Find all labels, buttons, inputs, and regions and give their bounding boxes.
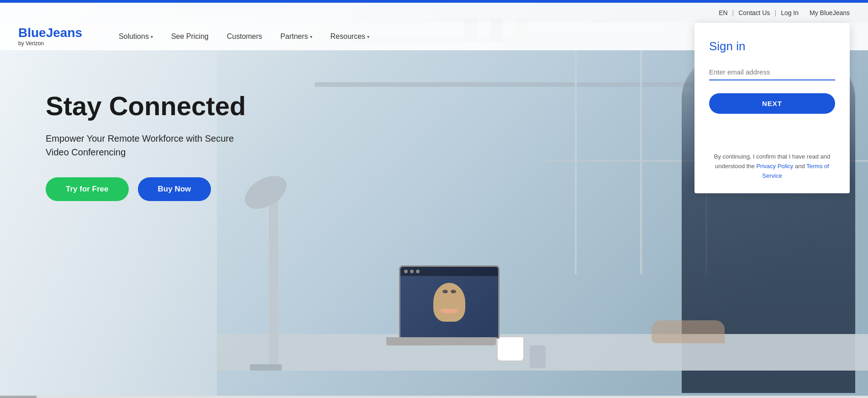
divider-2: | — [774, 9, 776, 16]
pen-holder — [530, 345, 546, 368]
lamp-head — [239, 169, 293, 216]
laptop-screen — [399, 265, 500, 339]
hero-subtitle: Empower Your Remote Workforce with Secur… — [46, 132, 246, 159]
login-link[interactable]: Log In — [781, 9, 799, 16]
legal-and: and — [793, 163, 806, 170]
nav-label-pricing: See Pricing — [171, 32, 209, 41]
nav-item-customers[interactable]: Customers — [218, 32, 271, 41]
my-bluejeans-link[interactable]: My BlueJeans — [810, 9, 850, 16]
logo-bluejeans: BlueJeans — [18, 27, 82, 39]
chevron-down-icon-partners: ▾ — [310, 34, 312, 39]
buy-now-button[interactable]: Buy Now — [138, 177, 211, 201]
laptop-keyboard — [386, 337, 496, 345]
nav-item-partners[interactable]: Partners ▾ — [271, 32, 321, 41]
chevron-down-icon-resources: ▾ — [367, 34, 369, 39]
contact-us-link[interactable]: Contact Us — [738, 9, 770, 16]
divider-1: | — [732, 9, 734, 16]
try-for-free-button[interactable]: Try for Free — [46, 177, 129, 201]
logo-verizon: by Verizon — [18, 40, 82, 47]
next-button[interactable]: NEXT — [709, 93, 835, 114]
scroll-thumb[interactable] — [0, 396, 37, 398]
hand — [652, 320, 725, 343]
lang-selector[interactable]: EN — [719, 9, 727, 16]
email-input[interactable] — [709, 64, 835, 80]
lamp-base — [250, 364, 282, 371]
signin-panel: Sign in NEXT By continuing, I confirm th… — [694, 23, 850, 193]
lamp-pole — [269, 197, 278, 371]
signin-title: Sign in — [709, 39, 835, 53]
chevron-down-icon-solutions: ▾ — [151, 34, 153, 39]
nav-label-solutions: Solutions — [119, 32, 149, 41]
signin-spacer — [709, 125, 835, 152]
signin-legal: By continuing, I confirm that I have rea… — [709, 152, 835, 180]
scroll-hint — [0, 396, 868, 398]
nav-links: Solutions ▾ See Pricing Customers Partne… — [110, 32, 379, 41]
nav-label-customers: Customers — [227, 32, 262, 41]
mug — [497, 336, 524, 361]
nav-item-resources[interactable]: Resources ▾ — [321, 32, 379, 41]
utility-nav: EN | Contact Us | Log In My BlueJeans — [0, 3, 868, 23]
nav-item-solutions[interactable]: Solutions ▾ — [110, 32, 162, 41]
hero-title: Stay Connected — [46, 91, 246, 121]
privacy-policy-link[interactable]: Privacy Policy — [756, 163, 793, 170]
shelf-decor-2 — [315, 82, 738, 87]
nav-label-partners: Partners — [280, 32, 308, 41]
hero-content: Stay Connected Empower Your Remote Workf… — [46, 91, 246, 201]
logo-area[interactable]: BlueJeans by Verizon — [18, 27, 82, 47]
nav-label-resources: Resources — [331, 32, 365, 41]
hero-buttons: Try for Free Buy Now — [46, 177, 246, 201]
nav-item-pricing[interactable]: See Pricing — [162, 32, 218, 41]
